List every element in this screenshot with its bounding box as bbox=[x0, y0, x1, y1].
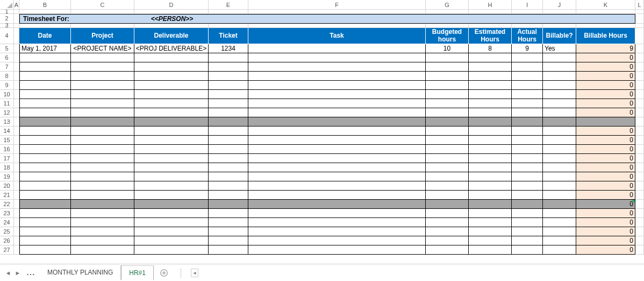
tab-nav-next[interactable]: ► bbox=[13, 268, 23, 278]
cell-task[interactable] bbox=[248, 90, 426, 99]
cell-estimated[interactable] bbox=[469, 227, 512, 236]
cell-task[interactable] bbox=[248, 108, 426, 117]
grid[interactable]: Timesheet For:<<PERSON>>DateProjectDeliv… bbox=[14, 10, 644, 264]
col-header-B[interactable]: B bbox=[19, 0, 71, 10]
cell-task[interactable] bbox=[248, 236, 426, 245]
cell-budgeted[interactable] bbox=[426, 154, 469, 163]
col-header-I[interactable]: I bbox=[512, 0, 543, 10]
cell-project[interactable] bbox=[71, 209, 134, 218]
cell-actual[interactable] bbox=[512, 245, 543, 255]
cell-estimated[interactable] bbox=[469, 90, 512, 99]
cell-ticket[interactable] bbox=[209, 200, 248, 209]
cell-billable_h[interactable]: 0 bbox=[576, 236, 635, 245]
cell-billable_h[interactable]: 0 bbox=[576, 163, 635, 172]
cell-billable_h[interactable]: 9 bbox=[576, 44, 635, 53]
cell-ticket[interactable] bbox=[209, 99, 248, 108]
cell-deliverable[interactable] bbox=[134, 209, 209, 218]
cell-budgeted[interactable] bbox=[426, 218, 469, 227]
row-header-7[interactable]: 7 bbox=[0, 62, 14, 72]
cell-billable_q[interactable] bbox=[543, 99, 576, 108]
cell-estimated[interactable] bbox=[469, 163, 512, 172]
cell-billable_h[interactable]: 0 bbox=[576, 172, 635, 181]
row-header-27[interactable]: 27 bbox=[0, 245, 14, 255]
cell-deliverable[interactable] bbox=[134, 163, 209, 172]
cell-budgeted[interactable] bbox=[426, 227, 469, 236]
cell-budgeted[interactable] bbox=[426, 99, 469, 108]
cell-billable_h[interactable]: 0 bbox=[576, 127, 635, 136]
header-project[interactable]: Project bbox=[71, 28, 134, 44]
cell-budgeted[interactable]: 10 bbox=[426, 44, 469, 53]
cell-billable_q[interactable] bbox=[543, 136, 576, 145]
cell-budgeted[interactable] bbox=[426, 209, 469, 218]
cell-estimated[interactable] bbox=[469, 236, 512, 245]
cell-task[interactable] bbox=[248, 209, 426, 218]
cell-ticket[interactable] bbox=[209, 163, 248, 172]
header-date[interactable]: Date bbox=[19, 28, 71, 44]
cell-task[interactable] bbox=[248, 172, 426, 181]
cell-estimated[interactable]: 8 bbox=[469, 44, 512, 53]
cell-task[interactable] bbox=[248, 163, 426, 172]
cell-task[interactable] bbox=[248, 136, 426, 145]
cell-budgeted[interactable] bbox=[426, 127, 469, 136]
cell-date[interactable] bbox=[19, 163, 71, 172]
cell-date[interactable] bbox=[19, 218, 71, 227]
cell-task[interactable] bbox=[248, 181, 426, 191]
row-header-6[interactable]: 6 bbox=[0, 53, 14, 62]
sheet-tab[interactable]: MONTHLY PLANNING bbox=[40, 265, 121, 280]
add-sheet-button[interactable] bbox=[157, 266, 171, 280]
cell-billable_q[interactable] bbox=[543, 53, 576, 62]
row-header-12[interactable]: 12 bbox=[0, 108, 14, 117]
cell-project[interactable] bbox=[71, 236, 134, 245]
cell-ticket[interactable] bbox=[209, 172, 248, 181]
cell-ticket[interactable] bbox=[209, 117, 248, 127]
cell-actual[interactable] bbox=[512, 200, 543, 209]
cell-estimated[interactable] bbox=[469, 245, 512, 255]
cell-deliverable[interactable] bbox=[134, 245, 209, 255]
cell-task[interactable] bbox=[248, 200, 426, 209]
cell-deliverable[interactable] bbox=[134, 200, 209, 209]
col-header-A[interactable]: A bbox=[14, 0, 19, 10]
cell-billable_h[interactable]: 0 bbox=[576, 108, 635, 117]
cell-estimated[interactable] bbox=[469, 136, 512, 145]
cell-budgeted[interactable] bbox=[426, 236, 469, 245]
cell-deliverable[interactable] bbox=[134, 181, 209, 191]
cell-estimated[interactable] bbox=[469, 154, 512, 163]
cell-project[interactable] bbox=[71, 90, 134, 99]
cell-ticket[interactable] bbox=[209, 145, 248, 154]
cell-task[interactable] bbox=[248, 44, 426, 53]
cell-budgeted[interactable] bbox=[426, 108, 469, 117]
row-header-16[interactable]: 16 bbox=[0, 145, 14, 154]
cell-date[interactable] bbox=[19, 245, 71, 255]
header-ticket[interactable]: Ticket bbox=[209, 28, 248, 44]
cell-task[interactable] bbox=[248, 245, 426, 255]
header-billable_h[interactable]: Billable Hours bbox=[576, 28, 635, 44]
cell-date[interactable] bbox=[19, 90, 71, 99]
cell-billable_q[interactable] bbox=[543, 172, 576, 181]
cell-billable_q[interactable] bbox=[543, 218, 576, 227]
cell-billable_q[interactable] bbox=[543, 108, 576, 117]
col-header-E[interactable]: E bbox=[209, 0, 248, 10]
cell-date[interactable] bbox=[19, 181, 71, 191]
cell-actual[interactable] bbox=[512, 108, 543, 117]
cell-date[interactable] bbox=[19, 200, 71, 209]
cell-deliverable[interactable] bbox=[134, 218, 209, 227]
cell-estimated[interactable] bbox=[469, 72, 512, 81]
cell-deliverable[interactable] bbox=[134, 236, 209, 245]
cell-project[interactable] bbox=[71, 154, 134, 163]
cell-billable_h[interactable]: 0 bbox=[576, 99, 635, 108]
cell-date[interactable] bbox=[19, 191, 71, 200]
cell-deliverable[interactable] bbox=[134, 117, 209, 127]
cell-billable_h[interactable]: 0 bbox=[576, 191, 635, 200]
cell-date[interactable] bbox=[19, 145, 71, 154]
cell-estimated[interactable] bbox=[469, 53, 512, 62]
row-header-8[interactable]: 8 bbox=[0, 72, 14, 81]
cell-actual[interactable] bbox=[512, 90, 543, 99]
cell-billable_q[interactable] bbox=[543, 191, 576, 200]
row-header-26[interactable]: 26 bbox=[0, 236, 14, 245]
col-header-C[interactable]: C bbox=[71, 0, 134, 10]
cell-actual[interactable] bbox=[512, 136, 543, 145]
row-header-25[interactable]: 25 bbox=[0, 227, 14, 236]
cell-ticket[interactable] bbox=[209, 136, 248, 145]
row-header-13[interactable]: 13 bbox=[0, 117, 14, 127]
row-header-5[interactable]: 5 bbox=[0, 44, 14, 53]
